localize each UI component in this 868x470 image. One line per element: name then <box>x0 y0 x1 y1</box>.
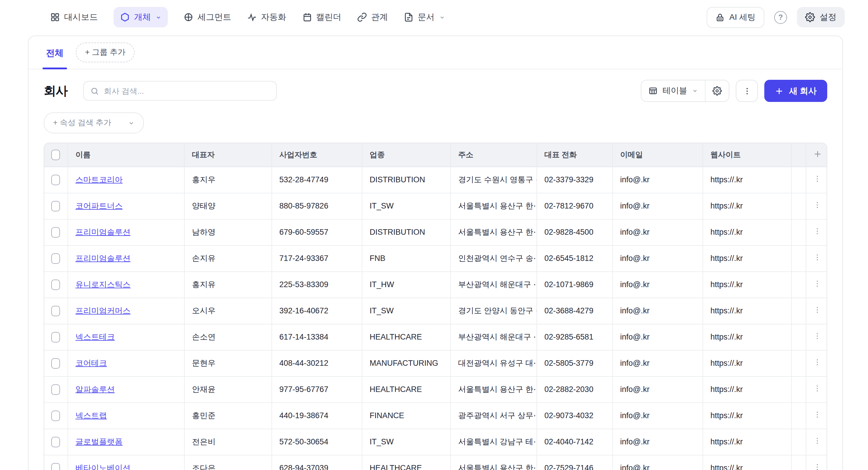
row-actions-button[interactable] <box>806 402 827 429</box>
cell-name: 코어파트너스 <box>68 193 184 219</box>
row-actions-button[interactable] <box>806 219 827 245</box>
table-row: 프리미엄솔루션손지유717-24-93367FNB인천광역시 연수구 송⋯02-… <box>44 245 827 272</box>
cell-name: 베타이노베이션 <box>68 455 184 470</box>
cell-spacer <box>791 376 806 402</box>
cell-website: https://.kr <box>703 193 791 219</box>
view-settings-button[interactable] <box>706 81 729 101</box>
cell-bizno: 717-24-93367 <box>272 245 362 272</box>
row-actions-button[interactable] <box>806 166 827 193</box>
cell-phone: 02-9285-6581 <box>536 324 612 350</box>
row-actions-button[interactable] <box>806 245 827 272</box>
add-column-button[interactable] <box>806 143 827 166</box>
row-actions-button[interactable] <box>806 455 827 470</box>
column-header-industry[interactable]: 업종 <box>362 143 450 166</box>
cell-ceo: 남하영 <box>184 219 272 245</box>
nav-item-segments[interactable]: 세그먼트 <box>184 12 231 23</box>
column-header-name[interactable]: 이름 <box>68 143 184 166</box>
nav-item-documents[interactable]: 문서 <box>404 12 445 23</box>
company-name-link[interactable]: 넥스트테크 <box>75 332 115 341</box>
column-header-address[interactable]: 주소 <box>450 143 536 166</box>
company-name-link[interactable]: 프리미엄솔루션 <box>75 227 130 236</box>
select-all-checkbox[interactable] <box>52 150 60 160</box>
nav-item-objects[interactable]: 개체 <box>114 7 168 27</box>
automation-icon <box>247 12 257 22</box>
row-actions-button[interactable] <box>806 324 827 350</box>
row-actions-button[interactable] <box>806 272 827 297</box>
nav-item-dashboard[interactable]: 대시보드 <box>50 12 98 23</box>
cell-bizno: 532-28-47749 <box>272 166 362 193</box>
add-filter-label: + 속성 검색 추가 <box>53 118 111 128</box>
settings-label: 설정 <box>820 12 837 23</box>
cell-industry: IT_HW <box>362 272 450 297</box>
row-checkbox[interactable] <box>52 306 60 316</box>
cell-spacer <box>791 455 806 470</box>
row-checkbox[interactable] <box>52 358 60 368</box>
row-select-cell <box>44 455 68 470</box>
row-checkbox[interactable] <box>52 227 60 237</box>
company-name-link[interactable]: 베타이노베이션 <box>75 463 130 470</box>
row-checkbox[interactable] <box>52 279 60 290</box>
row-actions-button[interactable] <box>806 297 827 324</box>
tab-all[interactable]: 전체 <box>44 36 66 69</box>
nav-item-calendar[interactable]: 캘린더 <box>302 12 341 23</box>
table-row: 스마트코리아홍지우532-28-47749DISTRIBUTION경기도 수원시… <box>44 166 827 193</box>
row-checkbox[interactable] <box>52 175 60 185</box>
nav-item-automation[interactable]: 자동화 <box>247 12 286 23</box>
column-header-bizno[interactable]: 사업자번호 <box>272 143 362 166</box>
company-name-link[interactable]: 스마트코리아 <box>75 175 123 184</box>
column-header-spacer <box>791 143 806 166</box>
row-checkbox[interactable] <box>52 437 60 447</box>
lock-icon <box>715 12 725 22</box>
row-actions-button[interactable] <box>806 376 827 402</box>
row-select-cell <box>44 350 68 376</box>
column-header-website[interactable]: 웹사이트 <box>703 143 791 166</box>
settings-button[interactable]: 설정 <box>797 7 845 27</box>
column-header-phone[interactable]: 대표 전화 <box>536 143 612 166</box>
row-actions-button[interactable] <box>806 193 827 219</box>
row-checkbox[interactable] <box>52 201 60 211</box>
row-actions-button[interactable] <box>806 350 827 376</box>
cell-spacer <box>791 324 806 350</box>
company-name-link[interactable]: 유니로지스틱스 <box>75 280 130 289</box>
row-checkbox[interactable] <box>52 253 60 263</box>
column-header-email[interactable]: 이메일 <box>612 143 703 166</box>
table-row: 베타이노베이션조다은628-94-37039HEALTHCARE서울특별시 용산… <box>44 455 827 470</box>
cell-email: info@.kr <box>612 455 703 470</box>
company-name-link[interactable]: 프리미엄솔루션 <box>75 254 130 262</box>
add-filter-button[interactable]: + 속성 검색 추가 <box>44 113 144 133</box>
view-table-button[interactable]: 테이블 <box>642 81 705 101</box>
cell-phone: 02-1071-9869 <box>536 272 612 297</box>
cell-website: https://.kr <box>703 297 791 324</box>
company-name-link[interactable]: 글로벌플랫폼 <box>75 437 123 446</box>
kebab-icon <box>813 384 822 393</box>
ai-settings-button[interactable]: AI 세팅 <box>707 7 764 28</box>
kebab-icon <box>813 332 822 340</box>
table-row: 코어테크문현우408-44-30212MANUFACTURING대전광역시 유성… <box>44 350 827 376</box>
company-name-link[interactable]: 프리미엄커머스 <box>75 306 130 315</box>
nav-label: 대시보드 <box>64 12 98 23</box>
nav-menu: 대시보드 개체 세그먼트 자동 <box>50 7 707 27</box>
gear-icon <box>805 12 815 22</box>
row-checkbox[interactable] <box>52 332 60 342</box>
cell-ceo: 안재윤 <box>184 376 272 402</box>
company-name-link[interactable]: 넥스트랩 <box>75 411 107 419</box>
more-options-button[interactable] <box>736 80 758 102</box>
new-company-button[interactable]: 새 회사 <box>765 80 827 102</box>
cell-address: 인천광역시 연수구 송⋯ <box>450 245 536 272</box>
cell-ceo: 홍지우 <box>184 166 272 193</box>
row-actions-button[interactable] <box>806 429 827 455</box>
company-name-link[interactable]: 코어파트너스 <box>75 201 123 210</box>
column-header-ceo[interactable]: 대표자 <box>184 143 272 166</box>
add-group-button[interactable]: + 그룹 추가 <box>76 42 135 62</box>
table-icon <box>649 86 658 95</box>
row-checkbox[interactable] <box>52 384 60 395</box>
row-select-cell <box>44 324 68 350</box>
company-name-link[interactable]: 코어테크 <box>75 358 107 367</box>
help-icon[interactable]: ? <box>774 11 787 24</box>
cell-bizno: 225-53-83309 <box>272 272 362 297</box>
nav-item-relations[interactable]: 관계 <box>357 12 388 23</box>
search-input[interactable] <box>104 87 270 95</box>
row-checkbox[interactable] <box>52 463 60 470</box>
company-name-link[interactable]: 알파솔루션 <box>75 385 115 394</box>
row-checkbox[interactable] <box>52 410 60 421</box>
